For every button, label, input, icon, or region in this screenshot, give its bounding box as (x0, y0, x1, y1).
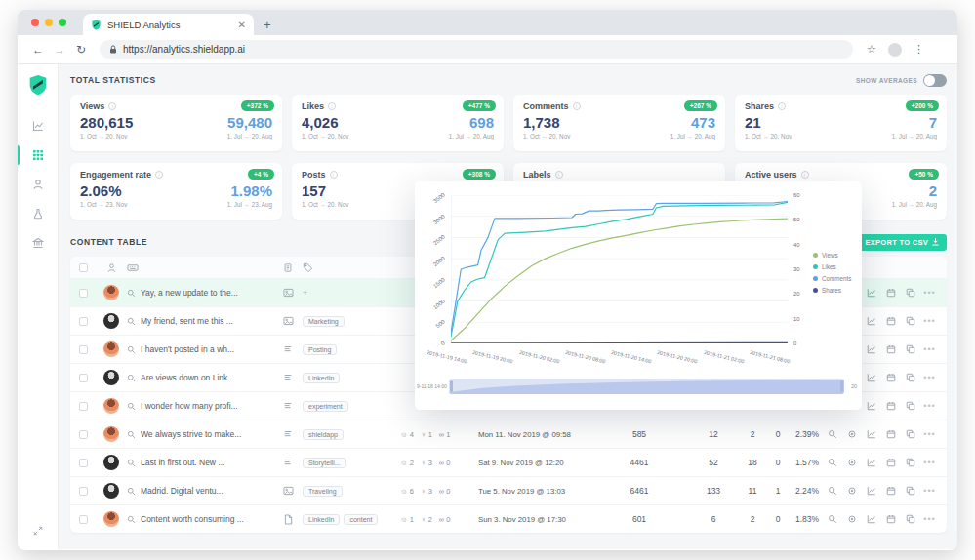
chart-icon[interactable] (864, 314, 878, 329)
sidebar-item-flask[interactable] (18, 199, 58, 228)
new-tab-button[interactable]: + (264, 18, 271, 32)
target-icon[interactable] (844, 512, 859, 527)
info-icon[interactable]: i (555, 171, 563, 179)
calendar-icon[interactable] (883, 512, 898, 527)
search-post-icon[interactable] (127, 317, 136, 326)
profile-avatar[interactable] (888, 43, 902, 57)
target-icon[interactable] (844, 484, 859, 499)
label-chip[interactable]: content (344, 514, 378, 525)
copy-icon[interactable] (903, 342, 917, 357)
label-chip[interactable]: shieldapp (303, 429, 344, 440)
row-checkbox[interactable] (79, 459, 88, 467)
table-row[interactable]: Madrid. Digital ventu...Traveling☺ 6♀ 3∞… (70, 476, 947, 504)
zoom-window-button[interactable] (59, 19, 66, 26)
brush-right-handle[interactable] (840, 380, 843, 392)
copy-icon[interactable] (903, 286, 917, 300)
calendar-icon[interactable] (883, 342, 898, 357)
copy-icon[interactable] (903, 314, 917, 329)
chart-icon[interactable] (864, 456, 878, 470)
export-csv-button[interactable]: EXPORT TO CSV (857, 234, 947, 251)
info-icon[interactable]: i (573, 102, 581, 110)
label-column-icon[interactable] (303, 262, 400, 273)
row-checkbox[interactable] (79, 345, 88, 354)
info-icon[interactable]: i (778, 102, 786, 110)
chart-icon[interactable] (864, 371, 878, 385)
search-icon[interactable] (825, 512, 839, 527)
reload-icon[interactable]: ↻ (70, 43, 92, 57)
brush-left-handle[interactable] (450, 380, 453, 392)
info-icon[interactable]: i (801, 171, 809, 179)
chart-icon[interactable] (864, 286, 878, 300)
search-icon[interactable] (825, 427, 839, 442)
search-post-icon[interactable] (127, 345, 136, 354)
search-post-icon[interactable] (127, 459, 136, 467)
row-checkbox[interactable] (79, 402, 88, 411)
label-chip[interactable]: experiment (303, 401, 348, 412)
row-checkbox[interactable] (79, 487, 88, 496)
copy-icon[interactable] (903, 512, 917, 527)
legend-item-comments[interactable]: Comments (813, 275, 851, 282)
calendar-icon[interactable] (883, 427, 898, 442)
legend-item-views[interactable]: Views (813, 252, 851, 259)
add-label-button[interactable]: + (303, 288, 307, 298)
type-column-icon[interactable] (273, 262, 303, 273)
forward-icon[interactable]: → (49, 43, 70, 57)
calendar-icon[interactable] (883, 484, 898, 499)
sidebar-item-bank[interactable] (18, 228, 58, 258)
more-actions-icon[interactable]: ••• (922, 512, 937, 527)
calendar-icon[interactable] (883, 286, 898, 300)
label-chip[interactable]: LinkedIn (303, 373, 340, 383)
search-post-icon[interactable] (127, 402, 136, 411)
label-chip[interactable]: Marketing (303, 316, 345, 327)
back-icon[interactable]: ← (27, 43, 49, 57)
show-averages-toggle[interactable] (923, 74, 947, 87)
table-row[interactable]: We always strive to make...shieldapp☺ 4♀… (70, 420, 947, 448)
label-chip[interactable]: Storytelli... (303, 458, 346, 468)
sidebar-item-line-chart[interactable] (18, 111, 58, 140)
search-post-icon[interactable] (127, 289, 136, 298)
chart-icon[interactable] (864, 399, 878, 414)
calendar-icon[interactable] (883, 371, 898, 385)
search-post-icon[interactable] (127, 430, 136, 439)
info-icon[interactable]: i (328, 102, 336, 110)
info-icon[interactable]: i (330, 171, 338, 179)
target-icon[interactable] (844, 456, 859, 470)
sidebar-item-grid-dashboard[interactable] (18, 140, 58, 170)
more-actions-icon[interactable]: ••• (922, 427, 937, 442)
chart-icon[interactable] (864, 512, 878, 527)
copy-icon[interactable] (903, 484, 917, 499)
chart-icon[interactable] (864, 342, 878, 357)
search-post-icon[interactable] (127, 487, 136, 496)
sidebar-item-user[interactable] (18, 170, 58, 199)
copy-icon[interactable] (903, 399, 917, 414)
minimize-window-button[interactable] (45, 19, 53, 26)
search-post-icon[interactable] (127, 515, 136, 524)
content-column-icon[interactable] (127, 262, 273, 273)
copy-icon[interactable] (903, 427, 917, 442)
bookmark-star-icon[interactable]: ☆ (867, 43, 876, 56)
row-checkbox[interactable] (79, 317, 88, 326)
more-actions-icon[interactable]: ••• (922, 456, 937, 470)
table-row[interactable]: Last in first out. New ...Storytelli...☺… (70, 448, 947, 476)
more-actions-icon[interactable]: ••• (922, 399, 937, 414)
more-actions-icon[interactable]: ••• (922, 342, 937, 357)
copy-icon[interactable] (903, 456, 917, 470)
chart-icon[interactable] (864, 427, 878, 442)
target-icon[interactable] (844, 427, 859, 442)
more-actions-icon[interactable]: ••• (922, 484, 937, 499)
row-checkbox[interactable] (79, 515, 88, 524)
search-post-icon[interactable] (127, 374, 136, 382)
label-chip[interactable]: Traveling (303, 486, 343, 497)
label-chip[interactable]: LinkedIn (303, 514, 340, 525)
calendar-icon[interactable] (883, 314, 898, 329)
url-bar[interactable]: https://analytics.shieldapp.ai (100, 40, 853, 59)
table-row[interactable]: Content worth consuming ...LinkedInconte… (70, 504, 947, 533)
info-icon[interactable]: i (108, 102, 116, 110)
browser-menu-icon[interactable]: ⋮ (914, 43, 924, 56)
row-checkbox[interactable] (79, 430, 88, 439)
row-checkbox[interactable] (79, 289, 88, 298)
search-icon[interactable] (825, 484, 839, 499)
author-column-icon[interactable] (96, 262, 127, 273)
row-checkbox[interactable] (79, 374, 88, 382)
more-actions-icon[interactable]: ••• (922, 314, 937, 329)
